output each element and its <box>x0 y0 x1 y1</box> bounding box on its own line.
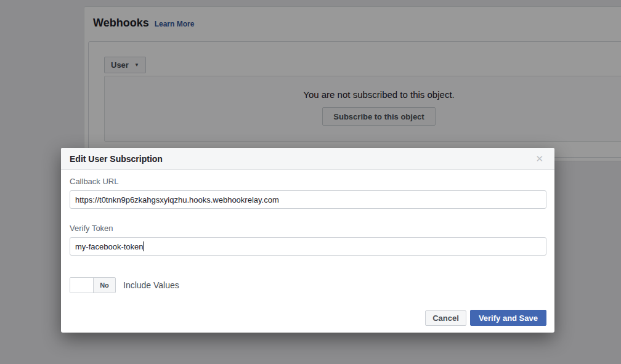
edit-user-subscription-dialog: Edit User Subscription ✕ Callback URL Ve… <box>61 148 554 333</box>
toggle-knob <box>70 278 94 293</box>
verify-token-input[interactable] <box>70 237 546 256</box>
include-values-row: No Include Values <box>70 277 179 293</box>
toggle-state-label: No <box>94 278 115 293</box>
dialog-header: Edit User Subscription ✕ <box>61 148 554 170</box>
close-icon[interactable]: ✕ <box>533 154 546 163</box>
cancel-button[interactable]: Cancel <box>425 310 466 326</box>
dialog-title: Edit User Subscription <box>70 154 533 164</box>
callback-url-input[interactable] <box>70 190 546 209</box>
include-values-toggle[interactable]: No <box>70 277 116 293</box>
text-cursor <box>143 241 144 251</box>
callback-url-field-wrap <box>70 190 546 209</box>
callback-url-label: Callback URL <box>70 177 118 186</box>
verify-and-save-button[interactable]: Verify and Save <box>470 310 546 326</box>
verify-token-label: Verify Token <box>70 224 113 233</box>
include-values-label: Include Values <box>123 280 179 290</box>
dialog-footer: Cancel Verify and Save <box>425 310 546 326</box>
verify-token-field-wrap <box>70 237 546 256</box>
